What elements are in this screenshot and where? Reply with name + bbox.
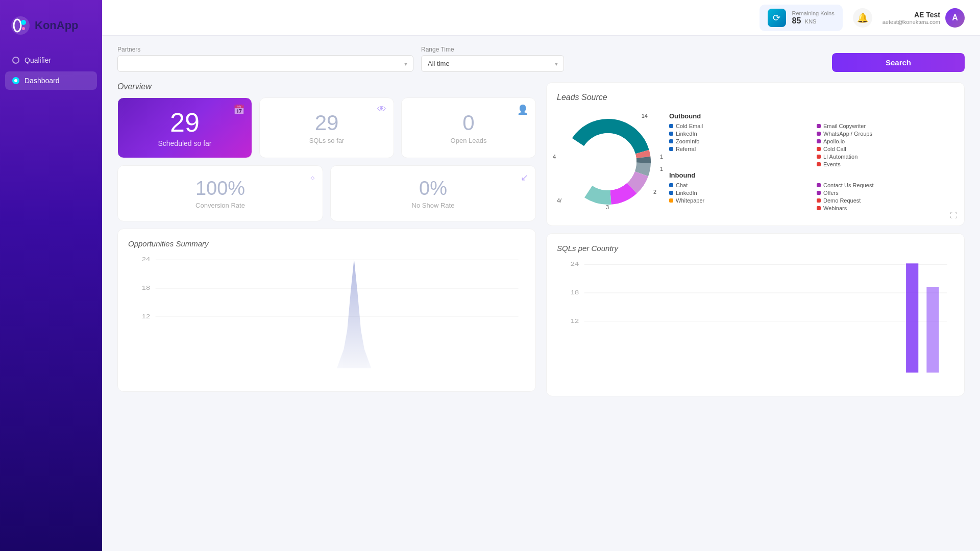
legend-email-copywriter: Email Copywriter (817, 123, 954, 129)
opportunities-chart-title: Opportunities Summary (128, 239, 525, 248)
partners-select[interactable] (117, 55, 413, 72)
partners-label: Partners (117, 46, 413, 53)
donut-label-2: 2 (653, 189, 656, 195)
partners-filter: Partners (117, 46, 413, 72)
user-name: AE Test (883, 11, 940, 19)
legend-webinars: Webinars (817, 205, 954, 211)
li-automation-label: LI Automation (823, 154, 857, 160)
svg-text:18: 18 (142, 285, 150, 291)
user-email: aetest@konektera.com (883, 19, 940, 25)
sqls-label: SQLs so far (309, 137, 345, 144)
leads-source-inner: 14 1 1 2 3 4/ 4 Outbound (557, 108, 954, 215)
notification-bell[interactable]: 🔔 (853, 8, 872, 28)
koins-widget: ⟳ Remaining Koins 85 KNS (760, 5, 843, 31)
svg-text:24: 24 (571, 261, 579, 267)
no-show-value: 0% (419, 178, 447, 199)
range-label: Range Time (421, 46, 564, 53)
main-area: ⟳ Remaining Koins 85 KNS 🔔 AE Test aetes… (102, 0, 980, 551)
legend-inbound-linkedin: LinkedIn (669, 190, 806, 196)
legend-spacer2 (669, 161, 806, 167)
overview-bottom-grid: ⬦ 100% Conversion Rate ↙ 0% No Show Rate (117, 165, 536, 221)
open-leads-label: Open Leads (451, 137, 487, 144)
linkedin-dot (669, 132, 673, 136)
overview-title: Overview (117, 82, 536, 91)
svg-point-3 (22, 27, 25, 30)
sidebar-item-dashboard[interactable]: Dashboard (5, 71, 97, 90)
zoominfo-dot (669, 139, 673, 143)
user-details: AE Test aetest@konektera.com (883, 11, 940, 25)
donut-svg (557, 111, 659, 213)
chat-label: Chat (676, 182, 688, 188)
koins-value: 85 (792, 16, 801, 25)
logo-area: KonApp (0, 10, 102, 51)
legend-demo-request: Demo Request (817, 197, 954, 204)
svg-rect-26 (926, 287, 939, 373)
donut-label-14: 14 (642, 113, 648, 119)
referral-label: Referral (676, 146, 696, 152)
donut-label-4b: 4 (553, 154, 556, 160)
right-panel: Leads Source (546, 82, 965, 396)
donut-container: 14 1 1 2 3 4/ 4 (557, 111, 659, 213)
conversion-icon: ⬦ (310, 172, 315, 183)
sidebar: KonApp Qualifier Dashboard (0, 0, 102, 551)
qualifier-label: Qualifier (24, 56, 51, 64)
scheduled-label: Scheduled so far (158, 139, 211, 147)
inbound-linkedin-dot (669, 191, 673, 195)
sqls-country-svg: 24 18 12 (557, 259, 954, 382)
sidebar-item-qualifier[interactable]: Qualifier (5, 51, 97, 69)
overview-section: Overview 📅 29 Scheduled so far 👁 29 SQLs (117, 82, 536, 221)
svg-rect-25 (906, 263, 918, 372)
whatsapp-dot (817, 132, 821, 136)
whitepaper-dot (669, 198, 673, 203)
cold-call-label: Cold Call (823, 146, 846, 152)
webinars-dot (817, 206, 821, 210)
contact-us-label: Contact Us Request (823, 182, 873, 188)
search-button[interactable]: Search (832, 53, 965, 72)
expand-icon[interactable]: ⛶ (950, 211, 957, 219)
events-label: Events (823, 161, 841, 167)
dashboard-dot (12, 77, 19, 84)
donut-label-1b: 1 (660, 166, 663, 172)
legend-whitepaper: Whitepaper (669, 197, 806, 204)
no-show-label: No Show Rate (412, 202, 455, 209)
metric-card-conversion: ⬦ 100% Conversion Rate (117, 165, 323, 221)
range-select[interactable]: All time (421, 55, 564, 72)
zoominfo-label: ZoomInfo (676, 138, 699, 144)
conversion-value: 100% (195, 178, 245, 199)
legend-whatsapp: WhatsApp / Groups (817, 131, 954, 137)
outbound-legend: Cold Email Email Copywriter LinkedIn (669, 123, 954, 167)
topbar: ⟳ Remaining Koins 85 KNS 🔔 AE Test aetes… (102, 0, 980, 36)
sidebar-nav: Qualifier Dashboard (0, 51, 102, 90)
svg-text:12: 12 (142, 314, 150, 319)
range-select-wrapper: All time (421, 55, 564, 72)
email-copywriter-dot (817, 124, 821, 128)
demo-request-dot (817, 198, 821, 203)
koins-unit: KNS (805, 18, 817, 24)
email-copywriter-label: Email Copywriter (823, 123, 866, 129)
user-avatar[interactable]: A (945, 8, 965, 28)
linkedin-label: LinkedIn (676, 131, 697, 137)
sqls-icon: 👁 (377, 104, 386, 115)
sqls-country-chart-area: 24 18 12 (557, 259, 954, 382)
koins-icon: ⟳ (768, 9, 786, 27)
donut-label-1a: 1 (660, 154, 663, 160)
legend-cold-call: Cold Call (817, 146, 954, 152)
legend-referral: Referral (669, 146, 806, 152)
legend-chat: Chat (669, 182, 806, 188)
dashboard-label: Dashboard (24, 77, 60, 85)
metric-card-no-show: ↙ 0% No Show Rate (330, 165, 536, 221)
legend-container: Outbound Cold Email Email Copywriter (669, 108, 954, 215)
legend-li-automation: LI Automation (817, 154, 954, 160)
leads-source-card: Leads Source (546, 82, 965, 226)
legend-linkedin: LinkedIn (669, 131, 806, 137)
opportunities-chart-area: 24 18 12 (128, 254, 525, 378)
koins-label: Remaining Koins (792, 10, 835, 16)
scheduled-icon: 📅 (233, 104, 244, 115)
inbound-title: Inbound (669, 171, 954, 179)
two-col-layout: Overview 📅 29 Scheduled so far 👁 29 SQLs (117, 82, 965, 396)
offers-label: Offers (823, 190, 839, 196)
sqls-value: 29 (315, 111, 339, 135)
legend-contact-us: Contact Us Request (817, 182, 954, 188)
qualifier-dot (12, 57, 19, 64)
chat-dot (669, 183, 673, 187)
